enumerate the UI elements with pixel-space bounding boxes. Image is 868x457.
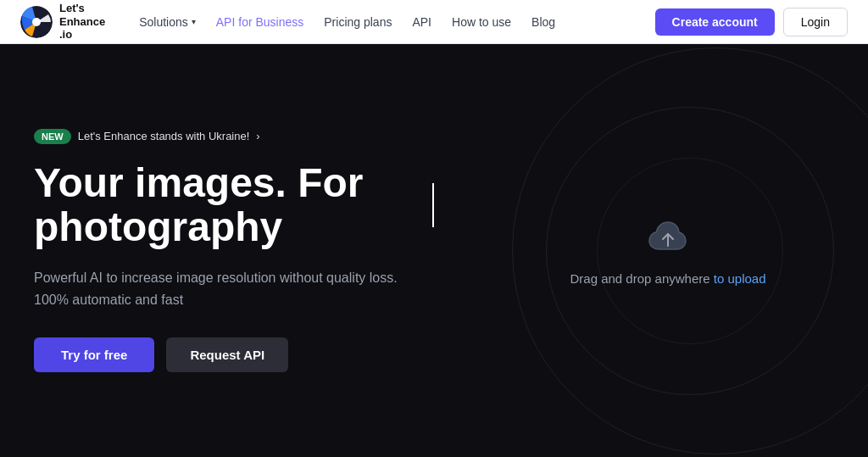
nav-actions: Create account Login [655, 8, 848, 36]
create-account-button[interactable]: Create account [655, 8, 775, 36]
announcement-badge[interactable]: NEW Let's Enhance stands with Ukraine! › [34, 129, 434, 144]
hero-title: Your images. For photography [34, 161, 434, 251]
logo-icon [20, 6, 53, 38]
request-api-button[interactable]: Request API [166, 337, 288, 372]
nav-api-business[interactable]: API for Business [216, 15, 304, 29]
decorative-circle-inner [597, 158, 783, 344]
nav-how-to-use[interactable]: How to use [452, 15, 511, 29]
hero-buttons: Try for free Request API [34, 337, 434, 372]
nav-blog[interactable]: Blog [531, 15, 555, 29]
nav-solutions[interactable]: Solutions ▾ [139, 15, 196, 29]
chevron-down-icon: ▾ [192, 17, 196, 26]
hero-section: NEW Let's Enhance stands with Ukraine! ›… [0, 44, 868, 457]
badge-text: Let's Enhance stands with Ukraine! [78, 130, 250, 142]
arrow-icon: › [256, 130, 259, 142]
logo-text: Let's Enhance .io [59, 2, 105, 42]
try-for-free-button[interactable]: Try for free [34, 337, 154, 372]
navbar: Let's Enhance .io Solutions ▾ API for Bu… [0, 0, 868, 44]
cursor [432, 183, 434, 227]
svg-point-1 [32, 18, 41, 26]
logo[interactable]: Let's Enhance .io [20, 2, 105, 42]
nav-links: Solutions ▾ API for Business Pricing pla… [139, 15, 631, 29]
new-badge: NEW [34, 129, 71, 144]
login-button[interactable]: Login [783, 8, 848, 36]
hero-right: Drag and drop anywhere to upload [468, 44, 868, 457]
hero-subtitle: Powerful AI to increase image resolution… [34, 267, 434, 310]
nav-api[interactable]: API [412, 15, 431, 29]
nav-pricing[interactable]: Pricing plans [324, 15, 392, 29]
hero-left: NEW Let's Enhance stands with Ukraine! ›… [0, 44, 468, 457]
